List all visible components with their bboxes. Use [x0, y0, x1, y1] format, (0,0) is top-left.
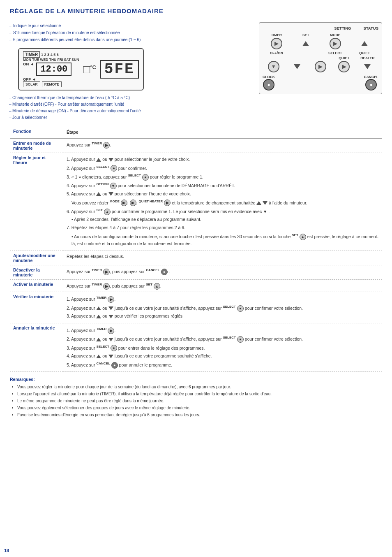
table-header-row: Fonction Étape: [10, 127, 382, 138]
timer-inline-label-5: TIMER: [96, 296, 106, 299]
tri-up-5b[interactable]: [96, 315, 101, 318]
quiet-button[interactable]: ▶: [338, 61, 350, 72]
annotation-off: Minuterie d'arrêt (OFF) - Pour arrêter a…: [10, 101, 255, 108]
step-1-7: 7. Répétez les étapes 4 à 7 pour régler …: [67, 224, 379, 232]
step-cell-5: 1. Appuyez sur TIMER ▶. 2. Appuyez sur o…: [63, 292, 382, 323]
func-label-4: Activer la minuterie: [13, 282, 53, 287]
func-cell-2: Ajouter/modifier une minuterie: [10, 251, 63, 265]
remarks-section: Remarques: Vous pouvez régler la minuter…: [10, 376, 382, 418]
set-inline-btn-2[interactable]: ▲: [300, 234, 306, 240]
set-inline-btn-1[interactable]: ▲: [104, 209, 111, 215]
mode-button[interactable]: ▶: [330, 38, 341, 49]
step-1-5b: Vous pouvez régler MODE ▶, ▶, QUIET HEAT…: [71, 199, 379, 207]
step-1-7b: • Au cours de la configuration de la min…: [71, 232, 379, 248]
select-inline-btn-6b[interactable]: ●: [111, 345, 117, 351]
select-inline-btn-1[interactable]: ●: [111, 165, 117, 172]
annotation-line2: S'illumine lorsque l'opération de minute…: [10, 29, 255, 36]
instruction-table: Fonction Étape Entrer en mode de minuter…: [10, 127, 382, 372]
select-inline-btn-6[interactable]: ●: [237, 336, 244, 343]
set-inline-label-2: SET: [292, 233, 298, 237]
page-number: 18: [4, 548, 9, 553]
tri-up-6[interactable]: [96, 338, 101, 341]
tri-down-5[interactable]: [108, 306, 113, 310]
select-inline-label-1: SELECT: [96, 165, 109, 169]
func-cell-0: Entrer en mode de minuterie: [10, 138, 63, 153]
mode-col-label: MODE: [321, 33, 349, 37]
func-cell-6: Annuler la minuterie: [10, 323, 63, 372]
clock-label: CLOCK: [263, 75, 275, 79]
step-1-5: 5. Appuyez sur ou pour sélectionner l'he…: [67, 190, 379, 198]
timer-numbers: 1 2 3 4 5 6: [41, 53, 59, 57]
solar-box: SOLAR: [23, 81, 40, 87]
offon-col-label: OFF/ON: [263, 51, 291, 55]
select-inline-btn-2[interactable]: ●: [142, 174, 149, 181]
cancel-inline-btn-3[interactable]: ●: [161, 269, 168, 275]
device-display: TIMER 1 2 3 4 5 6 MON TUE WED THU FRI SA…: [18, 48, 144, 91]
tri-up-1[interactable]: [96, 158, 101, 162]
mode-inline-btn[interactable]: ▶: [121, 200, 127, 206]
remark-item-1: Lorsque l'appareil est allumé par la min…: [17, 390, 382, 397]
quiet-inline-label: QUIET HEATER: [138, 200, 163, 203]
select-button[interactable]: ▶: [315, 61, 326, 72]
tri-up-2[interactable]: [96, 192, 101, 196]
tri-down-6[interactable]: [108, 338, 113, 341]
timer-inline-btn-5[interactable]: ▶: [108, 296, 114, 303]
timer-inline-btn-6[interactable]: ▶: [108, 327, 114, 334]
step-1-3: 3. « 1 » clignotera, appuyez sur SELECT …: [67, 173, 379, 181]
table-header-step: Étape: [63, 127, 382, 138]
heater-inline-btn[interactable]: ▶: [164, 200, 171, 206]
timer-button[interactable]: ▶: [271, 38, 282, 49]
clock-button[interactable]: ●: [263, 79, 274, 91]
tri-up-3[interactable]: [256, 201, 261, 205]
set-col-label: SET: [292, 33, 320, 37]
table-row: Régler le jour et l'heure 1. Appuyez sur…: [10, 153, 382, 251]
time-display: 12:00: [36, 63, 71, 76]
off-label: OFF ◄: [23, 77, 36, 81]
offon-inline-btn-1[interactable]: ▼: [110, 183, 117, 189]
set-triangle-up[interactable]: [292, 41, 320, 46]
tri-up-5[interactable]: [96, 306, 101, 310]
annotation-lines-top: Indique le jour sélectionné S'illumine l…: [10, 22, 255, 43]
quiet-inline-btn[interactable]: ▶: [130, 200, 136, 206]
tri-down-2[interactable]: [108, 192, 113, 196]
timer-inline-label-4: TIMER: [92, 283, 102, 286]
func-cell-4: Activer la minuterie: [10, 280, 63, 292]
tri-down-3[interactable]: [263, 201, 267, 205]
func-label-6: Annuler la minuterie: [13, 325, 55, 330]
table-row: Désactiver la minuterie Appuyez sur TIME…: [10, 265, 382, 280]
offon-button[interactable]: ▼: [268, 61, 279, 72]
cancel-button-panel[interactable]: ●: [365, 79, 377, 91]
func-label-5: Vérifier la minuterie: [13, 294, 53, 299]
on-off-row: ON ◄ 12:00: [23, 62, 79, 77]
timer-inline-btn-3[interactable]: ▶: [103, 269, 110, 275]
cancel-inline-btn-6[interactable]: ●: [111, 362, 118, 369]
status-triangle-down[interactable]: [357, 64, 378, 69]
annotation-temp: Changement thermique de la température d…: [10, 95, 255, 101]
timer-inline-btn-4[interactable]: ▶: [103, 283, 110, 290]
tri-up-6b[interactable]: [96, 355, 101, 358]
tri-down-1[interactable]: [108, 158, 113, 162]
step-6-5: 5. Appuyez sur CANCEL ● pour annuler le …: [67, 361, 379, 369]
heater-label2: HEATER: [357, 56, 378, 60]
step-5-2: 2. Appuyez sur ou jusqu'à ce que votre j…: [67, 304, 379, 312]
setting-status-header: SETTING STATUS: [263, 26, 378, 30]
tri-down-6b[interactable]: [108, 355, 113, 358]
set-triangle-down[interactable]: [286, 64, 308, 69]
annotation-line1: Indique le jour sélectionné: [10, 22, 255, 29]
cancel-inline-label-3: CANCEL: [146, 268, 159, 272]
status-triangle-up[interactable]: [351, 41, 379, 46]
timer-inline-btn-0[interactable]: ▶: [103, 142, 110, 149]
select-inline-btn-5[interactable]: ●: [237, 305, 244, 312]
timer-inline-label-3: TIMER: [92, 268, 102, 272]
right-panel: SETTING STATUS TIMER SET MODE ▶ ▶ OFF/ON: [259, 22, 382, 94]
cancel-col: CANCEL ●: [364, 75, 378, 91]
timer-col-label: TIMER: [263, 33, 291, 37]
tri-down-5b[interactable]: [108, 315, 113, 318]
setting-label: SETTING: [334, 26, 351, 30]
step-6-1: 1. Appuyez sur TIMER ▶.: [67, 326, 379, 334]
quiet-label2: QUIET: [333, 56, 355, 60]
func-label-1: Régler le jour et l'heure: [13, 155, 46, 165]
set-inline-btn-4[interactable]: ▲: [154, 283, 160, 290]
step-cell-4: Appuyez sur TIMER ▶, puis appuyez sur SE…: [63, 280, 382, 292]
remark-item-3: Vous pouvez également sélectionner des g…: [17, 404, 382, 411]
